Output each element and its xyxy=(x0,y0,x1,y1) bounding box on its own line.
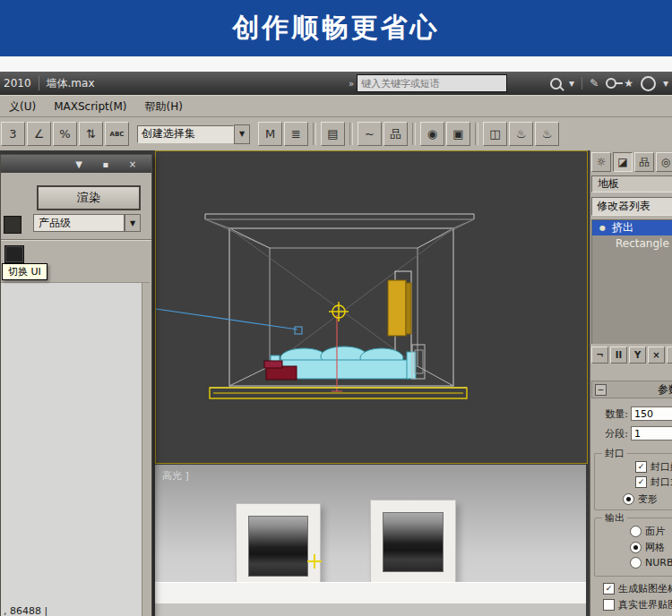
configure-modifier-sets-icon[interactable]: ≡ xyxy=(667,346,672,364)
remove-modifier-icon[interactable]: × xyxy=(648,346,665,364)
favorites-star-icon[interactable]: ★ xyxy=(624,77,633,90)
search-icon[interactable] xyxy=(550,78,562,90)
collapse-rollout-icon[interactable]: − xyxy=(595,384,607,396)
morph-radio[interactable]: 变形 xyxy=(623,492,658,506)
dialog-body: , 86488 | xyxy=(1,282,150,616)
radio-icon[interactable] xyxy=(630,542,642,553)
make-unique-icon[interactable]: Y xyxy=(629,346,646,364)
edit-named-selections-icon[interactable]: ABC xyxy=(105,122,129,146)
segments-input[interactable]: 1 xyxy=(631,426,672,441)
show-end-result-icon[interactable]: II xyxy=(610,346,627,364)
key-icon[interactable] xyxy=(606,78,616,89)
close-icon[interactable]: × xyxy=(125,158,141,171)
modify-tab-icon[interactable]: ◪ xyxy=(613,152,633,172)
checkbox-icon[interactable] xyxy=(635,461,647,473)
pin-stack-icon[interactable]: ¬ xyxy=(591,346,608,364)
nurbs-radio[interactable]: NURBS xyxy=(630,557,672,569)
checkbox-icon[interactable] xyxy=(603,583,615,595)
cap-end-checkbox[interactable]: 封口末端 xyxy=(635,475,672,489)
radio-icon[interactable] xyxy=(623,493,634,505)
render-setup-icon[interactable]: ▣ xyxy=(446,122,470,146)
search-input[interactable] xyxy=(357,74,507,92)
infocenter-icons: ▾ ✎ ★ ▾ xyxy=(550,74,668,92)
selection-set-value[interactable]: 创建选择集 xyxy=(137,125,234,143)
generate-uv-checkbox[interactable]: 生成贴图坐标 xyxy=(603,582,672,595)
stack-item-extrude[interactable]: ● 挤出 xyxy=(592,220,672,235)
framed-photo xyxy=(248,516,308,577)
output-group-label: 输出 xyxy=(602,511,627,525)
pen-icon[interactable]: ✎ xyxy=(590,77,599,90)
layer-manager-icon[interactable]: ▤ xyxy=(321,122,345,146)
curve-editor-icon[interactable]: ~ xyxy=(358,122,382,146)
material-editor-icon[interactable]: ◉ xyxy=(420,122,444,146)
real-world-label: 真实世界贴图大小 xyxy=(618,598,672,612)
icon-separator xyxy=(582,77,582,90)
angle-snap-icon[interactable]: ∠ xyxy=(27,122,51,146)
help-icon[interactable] xyxy=(641,76,656,91)
object-name-field[interactable]: 地板 xyxy=(591,175,672,192)
render-button[interactable]: 渲染 xyxy=(37,185,141,210)
schematic-view-icon[interactable]: 品 xyxy=(383,122,408,146)
picture-frame xyxy=(236,503,321,590)
document-filename: 墙体.max xyxy=(47,76,95,91)
shaded-viewport[interactable]: 高光 ] xyxy=(155,465,586,616)
percent-snap-icon[interactable]: % xyxy=(53,122,77,146)
nurbs-label: NURBS xyxy=(645,557,672,569)
menu-help[interactable]: 帮助(H) xyxy=(135,99,191,115)
checkbox-icon[interactable] xyxy=(635,476,647,488)
cap-start-checkbox[interactable]: 封口始端 xyxy=(635,460,672,474)
modifier-bulb-icon[interactable]: ● xyxy=(599,224,608,232)
tooltip: 切换 UI xyxy=(2,263,47,280)
rendered-frame-window-icon[interactable]: ◫ xyxy=(483,122,507,146)
dialog-scrollbar[interactable] xyxy=(142,283,150,616)
render-production-icon[interactable]: ♨ xyxy=(509,122,533,146)
patch-radio[interactable]: 面片 xyxy=(630,525,665,538)
stack-item-label: 挤出 xyxy=(612,220,633,235)
search-flyout-icon[interactable]: ▾ xyxy=(569,77,574,90)
menu-customize[interactable]: 义(U) xyxy=(0,99,45,115)
menu-maxscript[interactable]: MAXScript(M) xyxy=(45,100,135,113)
spinner-snap-icon[interactable]: ⇅ xyxy=(79,122,103,146)
banner-title: 创作顺畅更省心 xyxy=(233,10,440,47)
screenshot-root: 创作顺畅更省心 2010 墙体.max » ▾ ✎ ★ ▾ 义(U) MAXSc… xyxy=(0,0,672,616)
render-preset-dropdown[interactable]: 产品级 ▼ xyxy=(33,214,141,232)
render-iterative-icon[interactable]: ♨ xyxy=(535,122,559,146)
selection-set-dropdown-icon[interactable]: ▼ xyxy=(234,124,250,144)
stack-item-rectangle[interactable]: Rectangle xyxy=(592,235,672,251)
titlebar-divider xyxy=(39,76,39,90)
modifier-list-dropdown[interactable]: 修改器列表 xyxy=(591,197,672,216)
named-selection-set-combo: 创建选择集 ▼ xyxy=(137,124,250,144)
perspective-viewport[interactable] xyxy=(155,150,588,464)
parameters-rollout-header[interactable]: − 参数 xyxy=(591,381,672,398)
modifier-stack: ● 挤出 Rectangle xyxy=(591,219,672,344)
radio-icon[interactable] xyxy=(630,557,642,569)
command-panel: ☼ ◪ 品 ◎ ▦ 地板 修改器列表 ● 挤出 Rectangle ¬ II Y xyxy=(590,150,672,616)
amount-input[interactable]: 150 xyxy=(631,406,672,421)
real-world-checkbox[interactable]: 真实世界贴图大小 xyxy=(603,598,672,612)
segments-value: 1 xyxy=(634,428,641,440)
mesh-radio[interactable]: 网格 xyxy=(630,541,665,554)
chevron-right-icon[interactable]: » xyxy=(346,74,357,92)
patch-label: 面片 xyxy=(645,525,665,538)
menu-bar: 义(U) MAXScript(M) 帮助(H) xyxy=(0,95,672,117)
preset-icon[interactable] xyxy=(4,216,22,234)
align-icon[interactable]: ≣ xyxy=(284,122,308,146)
dialog-titlebar[interactable]: ▼ ▪ × xyxy=(1,155,151,173)
snap-toggle-icon[interactable]: 3 xyxy=(1,122,25,146)
motion-tab-icon[interactable]: ◎ xyxy=(656,152,672,172)
hierarchy-tab-icon[interactable]: 品 xyxy=(634,152,654,172)
viewport-gizmo-crosshair xyxy=(307,554,322,569)
preset-dropdown-icon[interactable]: ▼ xyxy=(125,214,141,232)
window-titlebar: 2010 墙体.max » ▾ ✎ ★ ▾ xyxy=(0,72,672,95)
toggle-ui-icon[interactable] xyxy=(4,245,24,263)
help-flyout-icon[interactable]: ▾ xyxy=(663,77,668,90)
radio-icon[interactable] xyxy=(630,526,642,537)
render-button-label: 渲染 xyxy=(77,190,100,206)
create-tab-icon[interactable]: ☼ xyxy=(591,152,611,172)
dock-icon[interactable]: ▪ xyxy=(98,158,114,171)
viewport-shading-label[interactable]: 高光 ] xyxy=(162,469,189,483)
checkbox-icon[interactable] xyxy=(603,599,615,611)
rollup-icon[interactable]: ▼ xyxy=(71,158,87,171)
morph-label: 变形 xyxy=(638,492,658,506)
mirror-icon[interactable]: M xyxy=(258,122,282,146)
